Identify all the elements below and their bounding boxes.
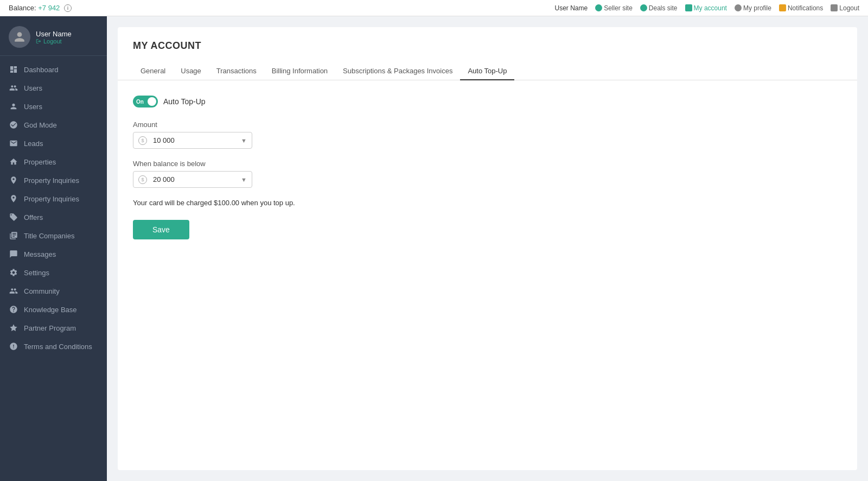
sidebar-item-label: Dashboard [24, 66, 59, 74]
users1-icon [9, 83, 18, 93]
when-balance-coin-icon: $ [138, 175, 147, 184]
topbar-deals-site[interactable]: Deals site [640, 4, 678, 12]
sidebar-item-label: Property Inquiries [24, 195, 79, 203]
property-inquiries1-icon [9, 175, 18, 185]
sidebar-item-property-inquiries1[interactable]: Property Inquiries [0, 171, 107, 189]
auto-topup-toggle[interactable]: On [133, 96, 158, 107]
tab-transactions[interactable]: Transactions [209, 62, 264, 80]
sidebar-user-info: User Name Logout [36, 30, 72, 45]
sidebar-item-users2[interactable]: Users [0, 97, 107, 116]
sidebar-item-offers[interactable]: Offers [0, 208, 107, 226]
sidebar-item-label: Messages [24, 250, 56, 258]
sidebar-item-label: Properties [24, 158, 56, 166]
topbar-my-profile[interactable]: My profile [735, 4, 771, 12]
topbar-nav: User Name Seller site Deals site My acco… [554, 4, 859, 12]
users2-icon [9, 102, 18, 111]
sidebar-item-partner-program[interactable]: Partner Program [0, 319, 107, 337]
logout-icon [36, 39, 41, 44]
topbar-notifications[interactable]: Notifications [779, 4, 823, 12]
topbar-logout-icon [831, 4, 838, 11]
tab-auto-topup[interactable]: Auto Top-Up [460, 62, 514, 80]
partner-program-icon [9, 323, 18, 333]
sidebar-navigation: Dashboard Users Users God [0, 56, 107, 360]
tab-usage[interactable]: Usage [173, 62, 209, 80]
sidebar-item-label: Property Inquiries [24, 176, 79, 185]
community-icon [9, 286, 18, 296]
sidebar-item-label: Users [24, 84, 42, 92]
sidebar-item-properties[interactable]: Properties [0, 153, 107, 171]
sidebar-item-label: Offers [24, 213, 43, 221]
when-balance-label: When balance is below [133, 160, 842, 168]
tab-subscriptions[interactable]: Subscriptions & Packages Invoices [335, 62, 460, 80]
sidebar-item-messages[interactable]: Messages [0, 245, 107, 263]
leads-icon [9, 138, 18, 148]
sidebar-item-terms-conditions[interactable]: Terms and Conditions [0, 337, 107, 356]
sidebar: User Name Logout Dashboard Users [0, 16, 107, 481]
sidebar-item-community[interactable]: Community [0, 282, 107, 300]
balance-label: Balance: [9, 4, 36, 12]
sidebar-item-settings[interactable]: Settings [0, 263, 107, 282]
main-content: MY ACCOUNT General Usage Transactions Bi… [107, 16, 868, 481]
sidebar-item-label: Users [24, 103, 42, 111]
sidebar-user-section: User Name Logout [0, 16, 107, 56]
knowledge-base-icon [9, 305, 18, 314]
topbar-username: User Name [554, 4, 588, 12]
sidebar-item-title-companies[interactable]: Title Companies [0, 226, 107, 245]
amount-field-group: Amount $ 10 000 20 000 50 000 ▼ [133, 121, 842, 149]
sidebar-item-label: Settings [24, 269, 49, 277]
save-button[interactable]: Save [133, 220, 189, 239]
title-companies-icon [9, 231, 18, 240]
sidebar-item-label: God Mode [24, 121, 57, 129]
my-account-icon [685, 4, 692, 11]
toggle-thumb [148, 97, 156, 106]
amount-label: Amount [133, 121, 842, 129]
balance-value: +7 942 [38, 4, 60, 12]
toggle-on-label: On [133, 99, 144, 105]
sidebar-logout-link[interactable]: Logout [36, 38, 72, 45]
dashboard-icon [9, 65, 18, 74]
settings-icon [9, 268, 18, 277]
property-inquiries2-icon [9, 194, 18, 204]
when-balance-field-group: When balance is below $ 20 000 10 000 5 … [133, 160, 842, 188]
sidebar-item-label: Title Companies [24, 232, 74, 240]
tab-general[interactable]: General [133, 62, 173, 80]
topbar-seller-site[interactable]: Seller site [595, 4, 633, 12]
auto-topup-label: Auto Top-Up [163, 97, 206, 106]
topbar-logout[interactable]: Logout [831, 4, 859, 12]
balance-info-icon[interactable]: i [64, 4, 72, 12]
page-title: MY ACCOUNT [133, 40, 842, 52]
topbar-my-account[interactable]: My account [685, 4, 727, 12]
page-header: MY ACCOUNT [118, 27, 857, 52]
sidebar-username: User Name [36, 30, 72, 38]
properties-icon [9, 157, 18, 167]
sidebar-item-knowledge-base[interactable]: Knowledge Base [0, 300, 107, 319]
seller-site-icon [595, 4, 602, 11]
deals-site-icon [640, 4, 647, 11]
offers-icon [9, 212, 18, 222]
charge-notice: Your card will be charged $100.00 when y… [133, 199, 842, 207]
tabs-nav: General Usage Transactions Billing Infor… [118, 62, 857, 80]
my-profile-icon [735, 4, 742, 11]
sidebar-item-leads[interactable]: Leads [0, 134, 107, 153]
page-wrapper: MY ACCOUNT General Usage Transactions Bi… [118, 27, 857, 470]
when-balance-select-wrapper: $ 20 000 10 000 5 000 ▼ [133, 171, 252, 188]
auto-topup-content: On Auto Top-Up Amount $ 10 000 20 000 [118, 80, 857, 255]
god-mode-icon [9, 120, 18, 130]
sidebar-item-users1[interactable]: Users [0, 79, 107, 97]
topbar: Balance: +7 942 i User Name Seller site … [0, 0, 868, 16]
sidebar-item-property-inquiries2[interactable]: Property Inquiries [0, 189, 107, 208]
avatar [9, 26, 30, 48]
messages-icon [9, 249, 18, 259]
when-balance-select[interactable]: 20 000 10 000 5 000 [133, 171, 252, 188]
sidebar-item-god-mode[interactable]: God Mode [0, 116, 107, 134]
tab-billing[interactable]: Billing Information [264, 62, 335, 80]
sidebar-item-dashboard[interactable]: Dashboard [0, 60, 107, 79]
sidebar-item-label: Terms and Conditions [24, 343, 92, 351]
amount-select-wrapper: $ 10 000 20 000 50 000 ▼ [133, 132, 252, 149]
user-avatar-icon [14, 31, 25, 43]
amount-select[interactable]: 10 000 20 000 50 000 [133, 132, 252, 149]
sidebar-item-label: Knowledge Base [24, 306, 77, 314]
sidebar-item-label: Partner Program [24, 324, 76, 332]
sidebar-item-label: Community [24, 287, 60, 295]
terms-conditions-icon [9, 341, 18, 351]
